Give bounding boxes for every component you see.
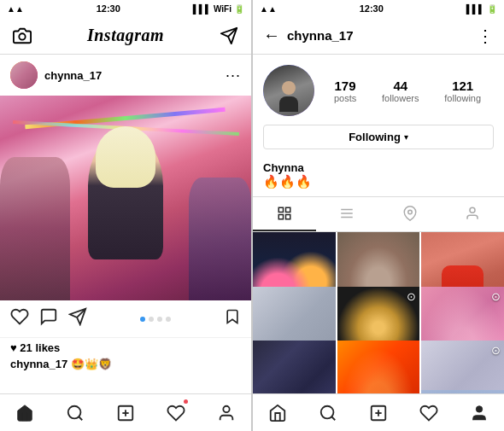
- profile-name-section: Chynna 🔥🔥🔥: [253, 156, 504, 193]
- svg-point-20: [321, 405, 334, 418]
- tab-grid[interactable]: [253, 197, 316, 231]
- post-options-button[interactable]: ···: [226, 67, 241, 84]
- profile-emojis: 🔥🔥🔥: [263, 174, 494, 189]
- profile-display-name: Chynna: [263, 161, 494, 174]
- dot-1: [140, 317, 145, 322]
- nav-heart-right[interactable]: [403, 394, 454, 431]
- dot-2: [149, 317, 154, 322]
- tab-list[interactable]: [316, 197, 379, 231]
- video-icon-6: ⊙: [491, 290, 501, 303]
- nav-heart-left[interactable]: [150, 394, 201, 431]
- profile-top-nav: ← chynna_17 ⋮: [253, 17, 504, 55]
- stat-followers: 44 followers: [382, 79, 419, 103]
- following-button[interactable]: Following ▾: [263, 125, 494, 149]
- status-bar-right: ▲▲ 12:30 ▌▌▌ 🔋: [253, 0, 504, 17]
- nav-home-left[interactable]: [0, 394, 50, 431]
- svg-rect-13: [278, 215, 283, 219]
- svg-point-19: [470, 207, 475, 213]
- profile-nav-username: chynna_17: [287, 28, 470, 43]
- instagram-logo: Instagram: [87, 26, 164, 45]
- bottom-nav-right: [253, 393, 504, 431]
- comment-button[interactable]: [39, 307, 58, 330]
- battery-icon-right: 🔋: [487, 4, 497, 14]
- grid-tabs: [253, 196, 504, 232]
- dot-3: [157, 317, 162, 322]
- avatar-person-silhouette: [279, 81, 298, 112]
- posts-label: posts: [334, 93, 356, 103]
- svg-point-18: [408, 210, 413, 214]
- nav-search-left[interactable]: [50, 394, 101, 431]
- svg-rect-14: [285, 215, 290, 219]
- nav-home-right[interactable]: [253, 394, 303, 431]
- post-info: ♥ 21 likes chynna_17 🤩👑🦁: [0, 338, 251, 393]
- status-bar-left: ▲▲ 12:30 ▌▌▌ WiFi 🔋: [0, 0, 251, 17]
- signal-left-right: ▲▲: [260, 4, 277, 14]
- caption-username[interactable]: chynna_17: [10, 358, 67, 370]
- svg-line-21: [331, 416, 335, 420]
- carousel-indicator: [97, 317, 214, 322]
- svg-rect-11: [278, 207, 283, 212]
- tab-location[interactable]: [378, 197, 442, 231]
- following-btn-label: Following: [349, 131, 401, 143]
- wifi-signal-icon: ▲▲: [7, 4, 24, 14]
- profile-avatar: [263, 65, 314, 116]
- svg-point-25: [476, 405, 482, 411]
- wifi-icon: WiFi: [214, 4, 231, 14]
- like-button[interactable]: [10, 307, 29, 330]
- stats-group: 179 posts 44 followers 121 following: [321, 79, 494, 103]
- nav-add-right[interactable]: [354, 394, 404, 431]
- grid-cell-8[interactable]: [337, 341, 420, 393]
- following-count: 121: [452, 79, 473, 93]
- stat-following: 121 following: [444, 79, 481, 103]
- time-right: 12:30: [360, 3, 384, 14]
- profile-stats-row: 179 posts 44 followers 121 following: [263, 65, 494, 116]
- svg-rect-12: [285, 207, 290, 212]
- photo-grid: ⊙ ⊙ ⊙: [253, 232, 504, 393]
- video-icon-9: ⊙: [491, 344, 501, 357]
- notification-badge: [184, 399, 188, 404]
- svg-point-0: [19, 33, 25, 39]
- caption-emojis: 🤩👑🦁: [71, 358, 112, 370]
- signal-icon: ▌▌▌: [193, 4, 211, 14]
- followers-count: 44: [393, 79, 407, 93]
- battery-icon: 🔋: [234, 4, 244, 14]
- video-icon-5: ⊙: [407, 290, 416, 303]
- stat-posts: 179 posts: [334, 79, 356, 103]
- post-username[interactable]: chynna_17: [44, 69, 219, 82]
- post-actions: [0, 300, 251, 338]
- status-icons-left: ▌▌▌ WiFi 🔋: [193, 4, 244, 14]
- send-icon[interactable]: [217, 24, 241, 48]
- status-icons-right: ▌▌▌ 🔋: [466, 4, 497, 14]
- back-button[interactable]: ←: [263, 26, 280, 45]
- top-nav-left: Instagram: [0, 17, 251, 55]
- following-label: following: [444, 93, 481, 103]
- tab-tagged[interactable]: [442, 197, 505, 231]
- right-phone: ▲▲ 12:30 ▌▌▌ 🔋 ← chynna_17 ⋮ 179: [253, 0, 504, 431]
- camera-icon[interactable]: [10, 24, 34, 48]
- nav-add-left[interactable]: [101, 394, 151, 431]
- nav-search-right[interactable]: [303, 394, 354, 431]
- post-image: [0, 96, 251, 300]
- profile-header: 179 posts 44 followers 121 following Fol…: [253, 55, 504, 156]
- followers-label: followers: [382, 93, 419, 103]
- bottom-nav-left: [0, 393, 251, 431]
- post-caption: chynna_17 🤩👑🦁: [10, 358, 241, 370]
- share-button[interactable]: [68, 307, 87, 330]
- left-phone: ▲▲ 12:30 ▌▌▌ WiFi 🔋 Instagram chynna_1: [0, 0, 251, 431]
- signal-icon-right: ▌▌▌: [466, 4, 484, 14]
- svg-line-6: [79, 416, 82, 420]
- post-avatar[interactable]: [10, 61, 38, 89]
- grid-cell-9[interactable]: ⊙: [421, 341, 504, 393]
- dot-4: [166, 317, 171, 322]
- grid-cell-7[interactable]: [253, 341, 336, 393]
- nav-profile-right[interactable]: [454, 394, 504, 431]
- save-button[interactable]: [224, 307, 241, 330]
- posts-count: 179: [335, 79, 356, 93]
- post-header: chynna_17 ···: [0, 55, 251, 96]
- nav-profile-left[interactable]: [201, 394, 251, 431]
- profile-more-button[interactable]: ⋮: [477, 26, 494, 46]
- svg-point-10: [223, 405, 229, 411]
- likes-count[interactable]: ♥ 21 likes: [10, 341, 241, 354]
- chevron-down-icon: ▾: [404, 132, 408, 142]
- time-left: 12:30: [97, 3, 120, 14]
